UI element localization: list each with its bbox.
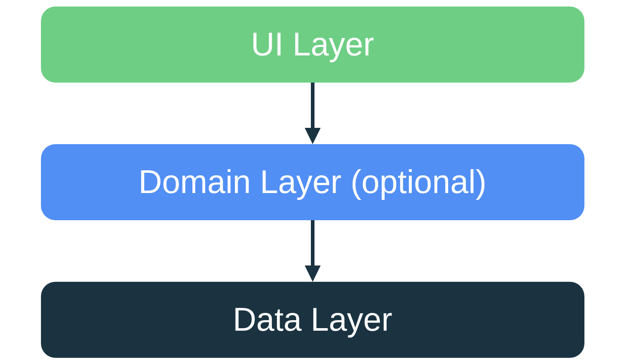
data-layer-box: Data Layer [41, 282, 584, 358]
domain-layer-label: Domain Layer (optional) [138, 163, 486, 201]
svg-marker-1 [305, 128, 321, 144]
svg-marker-3 [305, 265, 321, 282]
ui-layer-box: UI Layer [41, 7, 584, 83]
domain-layer-box: Domain Layer (optional) [41, 144, 584, 220]
data-layer-label: Data Layer [233, 301, 392, 338]
ui-layer-label: UI Layer [251, 26, 374, 63]
architecture-diagram: UI Layer Domain Layer (optional) Data La… [41, 7, 584, 358]
arrow-down-icon [302, 83, 324, 144]
arrow-down-icon [302, 220, 324, 282]
